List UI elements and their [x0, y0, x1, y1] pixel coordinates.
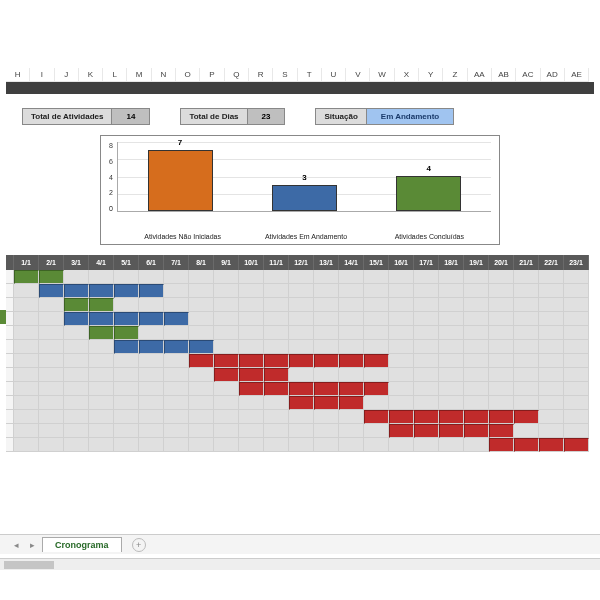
col-S[interactable]: S	[273, 68, 297, 82]
gantt-cell[interactable]	[389, 354, 414, 368]
gantt-cell-filled[interactable]	[414, 410, 439, 424]
gantt-cell-filled[interactable]	[364, 382, 389, 396]
gantt-cell[interactable]	[539, 312, 564, 326]
gantt-cell-filled[interactable]	[189, 340, 214, 354]
gantt-cell[interactable]	[464, 312, 489, 326]
gantt-cell[interactable]	[239, 424, 264, 438]
gantt-cell[interactable]	[64, 326, 89, 340]
gantt-cell-filled[interactable]	[439, 410, 464, 424]
gantt-cell[interactable]	[464, 382, 489, 396]
gantt-cell[interactable]	[439, 270, 464, 284]
gantt-cell-filled[interactable]	[139, 340, 164, 354]
gantt-cell[interactable]	[64, 424, 89, 438]
gantt-cell[interactable]	[364, 368, 389, 382]
gantt-cell-filled[interactable]	[39, 284, 64, 298]
gantt-cell[interactable]	[364, 284, 389, 298]
gantt-cell[interactable]	[364, 312, 389, 326]
gantt-cell[interactable]	[564, 284, 589, 298]
col-L[interactable]: L	[103, 68, 127, 82]
gantt-cell[interactable]	[464, 326, 489, 340]
gantt-cell[interactable]	[39, 312, 64, 326]
gantt-cell-filled[interactable]	[514, 438, 539, 452]
gantt-cell[interactable]	[289, 424, 314, 438]
gantt-cell-filled[interactable]	[339, 396, 364, 410]
gantt-cell[interactable]	[464, 396, 489, 410]
gantt-cell-filled[interactable]	[414, 424, 439, 438]
gantt-cell-filled[interactable]	[39, 270, 64, 284]
gantt-cell[interactable]	[339, 326, 364, 340]
gantt-cell[interactable]	[314, 298, 339, 312]
gantt-cell[interactable]	[539, 284, 564, 298]
gantt-row[interactable]	[6, 298, 594, 312]
gantt-cell-filled[interactable]	[89, 312, 114, 326]
gantt-cell-filled[interactable]	[64, 298, 89, 312]
gantt-cell[interactable]	[214, 340, 239, 354]
gantt-cell[interactable]	[264, 410, 289, 424]
gantt-cell-filled[interactable]	[489, 424, 514, 438]
gantt-row[interactable]	[6, 340, 594, 354]
gantt-cell[interactable]	[539, 326, 564, 340]
gantt-cell-filled[interactable]	[389, 424, 414, 438]
gantt-cell[interactable]	[389, 340, 414, 354]
gantt-cell[interactable]	[364, 326, 389, 340]
gantt-cell[interactable]	[514, 424, 539, 438]
gantt-cell-filled[interactable]	[289, 396, 314, 410]
gantt-cell[interactable]	[489, 354, 514, 368]
gantt-cell-filled[interactable]	[314, 354, 339, 368]
gantt-cell-filled[interactable]	[214, 368, 239, 382]
gantt-cell[interactable]	[189, 270, 214, 284]
gantt-cell[interactable]	[439, 298, 464, 312]
gantt-cell[interactable]	[414, 284, 439, 298]
gantt-cell[interactable]	[464, 438, 489, 452]
gantt-row[interactable]	[6, 312, 594, 326]
gantt-cell[interactable]	[439, 368, 464, 382]
gantt-cell-filled[interactable]	[314, 382, 339, 396]
gantt-cell[interactable]	[189, 368, 214, 382]
gantt-cell[interactable]	[414, 298, 439, 312]
gantt-cell[interactable]	[239, 410, 264, 424]
gantt-cell-filled[interactable]	[339, 382, 364, 396]
gantt-cell[interactable]	[389, 396, 414, 410]
gantt-cell[interactable]	[464, 368, 489, 382]
gantt-cell-filled[interactable]	[264, 354, 289, 368]
gantt-cell[interactable]	[364, 270, 389, 284]
gantt-cell-filled[interactable]	[339, 354, 364, 368]
gantt-row[interactable]	[6, 270, 594, 284]
gantt-cell[interactable]	[14, 410, 39, 424]
gantt-cell[interactable]	[514, 354, 539, 368]
gantt-cell[interactable]	[564, 354, 589, 368]
gantt-cell[interactable]	[189, 298, 214, 312]
gantt-cell[interactable]	[539, 270, 564, 284]
gantt-cell[interactable]	[514, 382, 539, 396]
gantt-cell[interactable]	[514, 284, 539, 298]
gantt-cell[interactable]	[139, 354, 164, 368]
gantt-cell-filled[interactable]	[289, 354, 314, 368]
gantt-cell[interactable]	[464, 298, 489, 312]
gantt-cell[interactable]	[114, 270, 139, 284]
tab-nav-prev-icon[interactable]: ◂	[10, 539, 22, 551]
col-V[interactable]: V	[346, 68, 370, 82]
gantt-cell[interactable]	[564, 396, 589, 410]
gantt-cell[interactable]	[239, 312, 264, 326]
gantt-cell[interactable]	[189, 424, 214, 438]
gantt-body[interactable]	[0, 270, 600, 452]
scrollbar-thumb[interactable]	[4, 561, 54, 569]
gantt-cell[interactable]	[414, 354, 439, 368]
gantt-cell[interactable]	[114, 410, 139, 424]
gantt-cell[interactable]	[214, 270, 239, 284]
gantt-cell[interactable]	[39, 438, 64, 452]
gantt-cell[interactable]	[514, 396, 539, 410]
gantt-cell[interactable]	[289, 368, 314, 382]
gantt-cell[interactable]	[264, 270, 289, 284]
col-K[interactable]: K	[79, 68, 103, 82]
gantt-cell[interactable]	[189, 312, 214, 326]
col-T[interactable]: T	[298, 68, 322, 82]
col-N[interactable]: N	[152, 68, 176, 82]
gantt-cell[interactable]	[564, 424, 589, 438]
gantt-cell[interactable]	[314, 284, 339, 298]
col-P[interactable]: P	[200, 68, 224, 82]
col-I[interactable]: I	[30, 68, 54, 82]
gantt-cell[interactable]	[314, 326, 339, 340]
gantt-cell[interactable]	[539, 298, 564, 312]
col-AC[interactable]: AC	[516, 68, 540, 82]
